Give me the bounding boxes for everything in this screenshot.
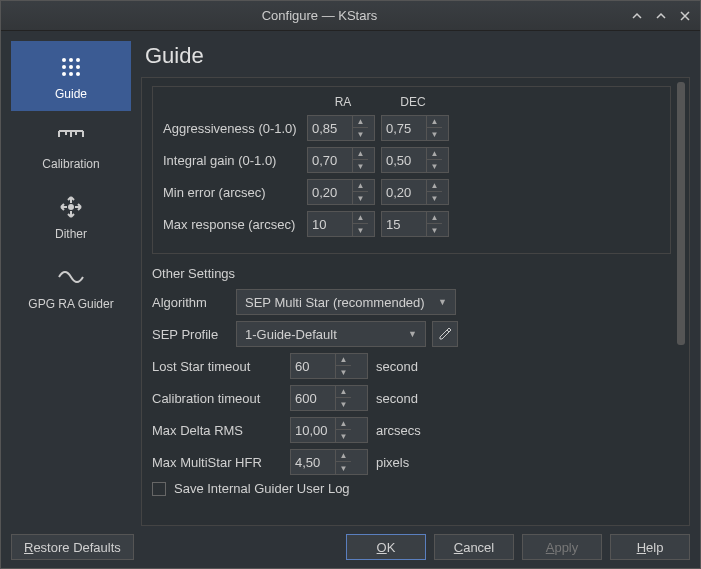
grid-icon xyxy=(55,51,87,83)
spin-up-icon[interactable]: ▲ xyxy=(336,386,351,398)
ok-button[interactable]: OK xyxy=(346,534,426,560)
sep-profile-select[interactable]: 1-Guide-Default ▼ xyxy=(236,321,426,347)
dither-icon xyxy=(55,191,87,223)
spin-down-icon[interactable]: ▼ xyxy=(353,128,368,140)
calib-timeout-spin[interactable]: ▲▼ xyxy=(290,385,368,411)
spin-down-icon[interactable]: ▼ xyxy=(336,462,351,474)
apply-button[interactable]: Apply xyxy=(522,534,602,560)
spin-up-icon[interactable]: ▲ xyxy=(427,148,442,160)
igain-dec-input[interactable] xyxy=(382,153,426,168)
wave-icon xyxy=(55,261,87,293)
sep-profile-value: 1-Guide-Default xyxy=(245,327,402,342)
col-header-dec: DEC xyxy=(378,95,448,109)
aggr-dec-spin[interactable]: ▲▼ xyxy=(381,115,449,141)
guide-params-group: RA DEC Aggressiveness (0-1.0) ▲▼ ▲▼ Inte… xyxy=(152,86,671,254)
save-log-checkbox[interactable] xyxy=(152,482,166,496)
aggr-dec-input[interactable] xyxy=(382,121,426,136)
chevron-down-icon: ▼ xyxy=(438,297,447,307)
svg-point-3 xyxy=(62,65,66,69)
unit-hfr: pixels xyxy=(376,455,409,470)
spin-down-icon[interactable]: ▼ xyxy=(336,366,351,378)
cancel-button[interactable]: Cancel xyxy=(434,534,514,560)
row-algorithm: Algorithm SEP Multi Star (recommended) ▼ xyxy=(152,289,671,315)
spin-down-icon[interactable]: ▼ xyxy=(353,160,368,172)
spin-down-icon[interactable]: ▼ xyxy=(336,398,351,410)
content-area: Guide Calibration Dither GPG RA Guider xyxy=(1,31,700,526)
spin-down-icon[interactable]: ▼ xyxy=(427,160,442,172)
spin-down-icon[interactable]: ▼ xyxy=(336,430,351,442)
minerr-dec-spin[interactable]: ▲▼ xyxy=(381,179,449,205)
svg-point-2 xyxy=(76,58,80,62)
spin-up-icon[interactable]: ▲ xyxy=(336,354,351,366)
dialog-footer: Restore Defaults OK Cancel Apply Help xyxy=(1,526,700,568)
svg-point-5 xyxy=(76,65,80,69)
minerr-ra-input[interactable] xyxy=(308,185,352,200)
maximize-icon[interactable] xyxy=(654,9,668,23)
svg-point-7 xyxy=(69,72,73,76)
row-aggressiveness: Aggressiveness (0-1.0) ▲▼ ▲▼ xyxy=(163,115,660,141)
aggr-ra-spin[interactable]: ▲▼ xyxy=(307,115,375,141)
sidebar-item-gpg[interactable]: GPG RA Guider xyxy=(11,251,131,321)
row-integral-gain: Integral gain (0-1.0) ▲▼ ▲▼ xyxy=(163,147,660,173)
spin-down-icon[interactable]: ▼ xyxy=(353,224,368,236)
save-log-label[interactable]: Save Internal Guider User Log xyxy=(174,481,350,496)
row-max-response: Max response (arcsec) ▲▼ ▲▼ xyxy=(163,211,660,237)
chevron-down-icon: ▼ xyxy=(408,329,417,339)
minerr-ra-spin[interactable]: ▲▼ xyxy=(307,179,375,205)
maxresp-dec-input[interactable] xyxy=(382,217,426,232)
igain-ra-spin[interactable]: ▲▼ xyxy=(307,147,375,173)
igain-ra-input[interactable] xyxy=(308,153,352,168)
sidebar-item-dither[interactable]: Dither xyxy=(11,181,131,251)
spin-up-icon[interactable]: ▲ xyxy=(336,450,351,462)
lost-star-spin[interactable]: ▲▼ xyxy=(290,353,368,379)
sidebar: Guide Calibration Dither GPG RA Guider xyxy=(11,41,131,526)
spin-up-icon[interactable]: ▲ xyxy=(353,212,368,224)
minimize-icon[interactable] xyxy=(630,9,644,23)
rms-spin[interactable]: ▲▼ xyxy=(290,417,368,443)
spin-up-icon[interactable]: ▲ xyxy=(353,180,368,192)
igain-dec-spin[interactable]: ▲▼ xyxy=(381,147,449,173)
svg-point-8 xyxy=(76,72,80,76)
spin-up-icon[interactable]: ▲ xyxy=(353,148,368,160)
unit-lost-star: second xyxy=(376,359,418,374)
hfr-input[interactable] xyxy=(291,455,335,470)
column-headers: RA DEC xyxy=(163,95,660,109)
lost-star-input[interactable] xyxy=(291,359,335,374)
scrollbar-thumb[interactable] xyxy=(677,82,685,345)
spin-down-icon[interactable]: ▼ xyxy=(427,192,442,204)
maxresp-ra-spin[interactable]: ▲▼ xyxy=(307,211,375,237)
spin-down-icon[interactable]: ▼ xyxy=(427,224,442,236)
aggr-ra-input[interactable] xyxy=(308,121,352,136)
spin-up-icon[interactable]: ▲ xyxy=(427,180,442,192)
minerr-dec-input[interactable] xyxy=(382,185,426,200)
sidebar-item-guide[interactable]: Guide xyxy=(11,41,131,111)
row-max-delta-rms: Max Delta RMS ▲▼ arcsecs xyxy=(152,417,671,443)
label-igain: Integral gain (0-1.0) xyxy=(163,153,301,168)
spin-down-icon[interactable]: ▼ xyxy=(353,192,368,204)
row-lost-star: Lost Star timeout ▲▼ second xyxy=(152,353,671,379)
hfr-spin[interactable]: ▲▼ xyxy=(290,449,368,475)
rms-input[interactable] xyxy=(291,423,335,438)
row-save-log: Save Internal Guider User Log xyxy=(152,481,671,496)
help-button[interactable]: Help xyxy=(610,534,690,560)
unit-rms: arcsecs xyxy=(376,423,421,438)
row-sep-profile: SEP Profile 1-Guide-Default ▼ xyxy=(152,321,671,347)
spin-up-icon[interactable]: ▲ xyxy=(427,116,442,128)
edit-profile-button[interactable] xyxy=(432,321,458,347)
restore-defaults-button[interactable]: Restore Defaults xyxy=(11,534,134,560)
algorithm-select[interactable]: SEP Multi Star (recommended) ▼ xyxy=(236,289,456,315)
sidebar-item-calibration[interactable]: Calibration xyxy=(11,111,131,181)
calib-timeout-input[interactable] xyxy=(291,391,335,406)
spin-up-icon[interactable]: ▲ xyxy=(353,116,368,128)
svg-point-6 xyxy=(62,72,66,76)
maxresp-dec-spin[interactable]: ▲▼ xyxy=(381,211,449,237)
spin-up-icon[interactable]: ▲ xyxy=(336,418,351,430)
maxresp-ra-input[interactable] xyxy=(308,217,352,232)
scrollbar[interactable] xyxy=(675,82,687,521)
label-rms: Max Delta RMS xyxy=(152,423,282,438)
spin-up-icon[interactable]: ▲ xyxy=(427,212,442,224)
row-max-multistar-hfr: Max MultiStar HFR ▲▼ pixels xyxy=(152,449,671,475)
sidebar-item-label: Dither xyxy=(55,227,87,241)
spin-down-icon[interactable]: ▼ xyxy=(427,128,442,140)
close-icon[interactable] xyxy=(678,9,692,23)
